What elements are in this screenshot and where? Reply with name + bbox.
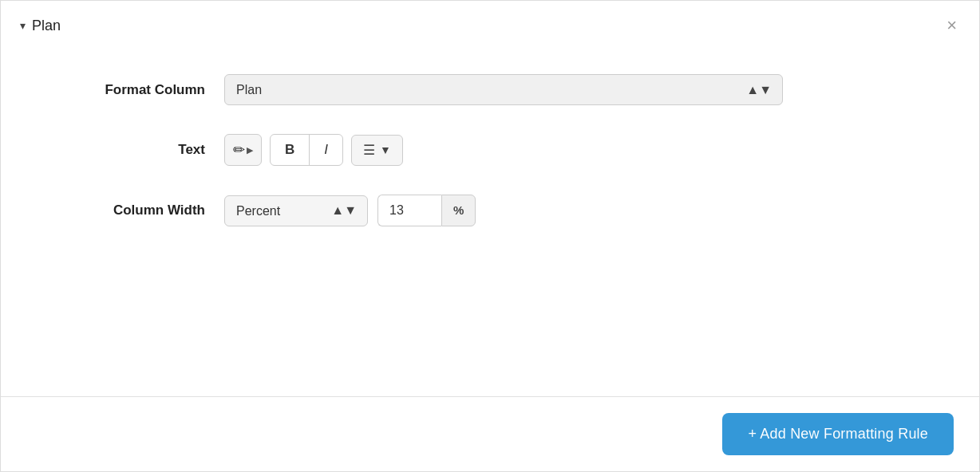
percent-badge: % xyxy=(441,195,476,226)
italic-button[interactable]: I xyxy=(310,135,342,165)
format-column-label: Format Column xyxy=(49,82,224,98)
bold-button[interactable]: B xyxy=(271,135,310,165)
format-column-control: Plan Status Priority Assignee ▲▼ xyxy=(224,74,783,105)
width-controls-group: Percent Pixels ▲▼ % xyxy=(224,195,783,226)
panel: ▾ Plan × Format Column Plan Status Prior… xyxy=(0,0,980,472)
bold-italic-group: B I xyxy=(270,134,343,166)
align-arrow-icon: ▼ xyxy=(380,144,391,156)
align-icon: ☰ xyxy=(363,142,375,159)
color-arrow-icon: ▶ xyxy=(247,145,253,155)
format-column-row: Format Column Plan Status Priority Assig… xyxy=(49,74,931,105)
align-button[interactable]: ☰ ▼ xyxy=(351,135,403,166)
format-column-select[interactable]: Plan Status Priority Assignee xyxy=(224,74,783,105)
unit-select-wrapper: Percent Pixels ▲▼ xyxy=(224,195,368,226)
number-percent-group: % xyxy=(377,195,476,226)
panel-footer: + Add New Formatting Rule xyxy=(1,397,979,471)
text-color-button[interactable]: ✏ ▶ xyxy=(224,134,262,166)
add-formatting-rule-button[interactable]: + Add New Formatting Rule xyxy=(722,413,954,455)
unit-select[interactable]: Percent Pixels xyxy=(224,195,368,226)
chevron-down-icon: ▾ xyxy=(20,19,26,32)
column-width-label: Column Width xyxy=(49,203,224,218)
text-label: Text xyxy=(49,142,224,158)
text-control: ✏ ▶ B I ☰ ▼ xyxy=(224,134,783,166)
panel-body: Format Column Plan Status Priority Assig… xyxy=(1,50,979,396)
close-button[interactable]: × xyxy=(943,14,960,37)
panel-title-text: Plan xyxy=(32,18,61,34)
panel-header: ▾ Plan × xyxy=(1,1,979,50)
column-width-row: Column Width Percent Pixels ▲▼ % xyxy=(49,195,931,226)
text-controls-group: ✏ ▶ B I ☰ ▼ xyxy=(224,134,783,166)
format-column-select-wrapper: Plan Status Priority Assignee ▲▼ xyxy=(224,74,783,105)
pencil-icon: ✏ xyxy=(233,141,245,159)
column-width-control: Percent Pixels ▲▼ % xyxy=(224,195,783,226)
text-row: Text ✏ ▶ B I ☰ ▼ xyxy=(49,134,931,166)
panel-title: ▾ Plan xyxy=(20,18,61,34)
width-number-input[interactable] xyxy=(377,195,441,226)
